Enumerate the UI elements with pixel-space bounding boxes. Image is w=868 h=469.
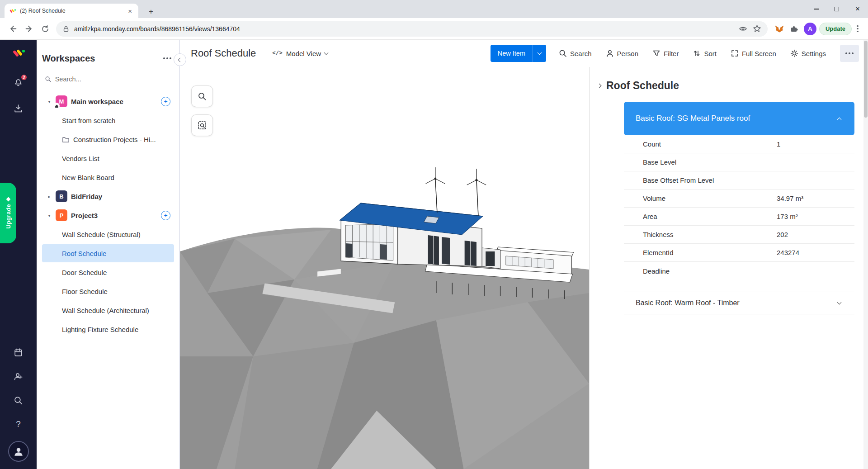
help-button[interactable]: ?: [16, 419, 21, 429]
view-switcher[interactable]: </> Model View: [269, 47, 331, 60]
model-viewer[interactable]: [180, 67, 590, 469]
person-filter-button[interactable]: Person: [605, 47, 640, 60]
table-row: Thickness 202: [624, 226, 854, 244]
zoom-search-button[interactable]: [192, 86, 212, 107]
sidebar-item-door-schedule[interactable]: Door Schedule: [42, 263, 174, 281]
zoom-window-button[interactable]: [192, 115, 212, 136]
chevron-left-icon: [178, 57, 182, 62]
caret-down-icon[interactable]: ▾: [47, 213, 52, 218]
roof-section-header[interactable]: Basic Roof: SG Metal Panels roof: [624, 102, 854, 135]
workspace-search[interactable]: [42, 71, 174, 87]
refresh-icon: [41, 25, 49, 33]
board-more-button[interactable]: [840, 45, 859, 62]
maximize-button[interactable]: [826, 0, 847, 18]
monday-logo[interactable]: [12, 47, 25, 61]
preview-eye-icon[interactable]: [739, 24, 747, 33]
person-add-icon: [13, 371, 24, 382]
property-value: 1: [777, 140, 854, 148]
sidebar-item-new-blank-board[interactable]: New Blank Board: [42, 168, 174, 186]
update-button[interactable]: Update: [819, 23, 852, 35]
chevron-up-icon: [837, 117, 842, 122]
inbox-button[interactable]: [13, 104, 24, 114]
settings-button[interactable]: Settings: [789, 47, 827, 60]
workspace-main[interactable]: ▾ M Main workspace +: [42, 92, 174, 110]
search-action-button[interactable]: Search: [558, 47, 593, 60]
property-label: Thickness: [643, 231, 777, 238]
left-rail: 2 Upgrade ?: [0, 40, 37, 469]
sidebar-item-lighting-fixture-schedule[interactable]: Lighting Fixture Schedule: [42, 320, 174, 338]
property-label: Base Level: [643, 158, 777, 166]
sidebar-item-vendors-list[interactable]: Vendors List: [42, 149, 174, 167]
browser-toolbar: amitlzkpa.monday.com/boards/868961156/vi…: [0, 18, 868, 40]
filter-funnel-icon: [652, 49, 660, 57]
back-button[interactable]: [5, 21, 21, 37]
browser-profile-avatar[interactable]: A: [804, 23, 816, 35]
caret-down-icon[interactable]: ▾: [47, 99, 52, 104]
new-item-dropdown-button[interactable]: [533, 45, 546, 62]
rail-search-button[interactable]: [13, 395, 24, 407]
caret-right-icon[interactable]: ▸: [47, 194, 52, 199]
page-scrollbar[interactable]: [863, 40, 868, 469]
marquee-zoom-icon: [197, 120, 207, 130]
rail-bottom: ?: [8, 347, 29, 469]
upgrade-pill[interactable]: Upgrade: [0, 183, 16, 243]
refresh-button[interactable]: [37, 21, 53, 37]
add-to-workspace-button[interactable]: +: [161, 211, 170, 220]
board-header: Roof Schedule </> Model View New Item Se…: [180, 40, 868, 67]
user-avatar[interactable]: [8, 441, 29, 462]
sort-button[interactable]: Sort: [692, 47, 717, 60]
workspaces-menu-button[interactable]: [160, 52, 174, 65]
fullscreen-button[interactable]: Full Screen: [730, 47, 777, 60]
extensions-puzzle-icon[interactable]: [787, 22, 801, 36]
monday-app: 2 Upgrade ?: [0, 40, 868, 469]
new-tab-button[interactable]: +: [145, 5, 157, 18]
collapse-panel-button[interactable]: [174, 53, 186, 66]
add-to-workspace-button[interactable]: +: [161, 97, 170, 106]
sidebar-item-wall-schedule-structural[interactable]: Wall Schedule (Structural): [42, 225, 174, 243]
sidebar-item-wall-schedule-architectural[interactable]: Wall Schedule (Architectural): [42, 301, 174, 319]
search-icon: [45, 76, 52, 83]
sidebar-item-construction-projects[interactable]: Construction Projects - Hi...: [42, 130, 174, 148]
property-value: 34.97 m³: [777, 194, 854, 202]
workspace-search-input[interactable]: [55, 76, 171, 83]
bookmark-star-icon[interactable]: [753, 24, 761, 33]
browser-tab[interactable]: (2) Roof Schedule ×: [5, 4, 138, 18]
workspace-project3[interactable]: ▾ P Project3 +: [42, 206, 174, 224]
view-label: Model View: [286, 50, 321, 57]
notifications-button[interactable]: 2: [13, 77, 24, 87]
filter-button[interactable]: Filter: [651, 47, 679, 60]
model-viewport[interactable]: [180, 67, 589, 469]
sidebar-item-floor-schedule[interactable]: Floor Schedule: [42, 282, 174, 300]
minimize-button[interactable]: [806, 0, 826, 18]
property-label: Count: [643, 140, 777, 148]
property-label: Base Offset From Level: [643, 176, 777, 184]
new-item-button[interactable]: New Item: [491, 45, 533, 62]
details-panel: Roof Schedule Basic Roof: SG Metal Panel…: [590, 67, 868, 469]
sparkle-icon: [6, 197, 10, 201]
tab-close-icon[interactable]: ×: [126, 7, 134, 15]
address-bar[interactable]: amitlzkpa.monday.com/boards/868961156/vi…: [56, 21, 768, 37]
section-title: Basic Roof: Warm Roof - Timber: [636, 299, 740, 307]
invite-members-button[interactable]: [13, 371, 24, 384]
workspace-name: BidFriday: [71, 193, 170, 200]
browser-menu-icon[interactable]: [852, 22, 863, 36]
download-icon: [13, 104, 24, 114]
property-value: 173 m²: [777, 213, 854, 220]
upgrade-label: Upgrade: [5, 204, 12, 229]
sidebar-item-start-from-scratch[interactable]: Start from scratch: [42, 111, 174, 129]
magnifier-icon: [198, 92, 207, 101]
sidebar-item-roof-schedule[interactable]: Roof Schedule: [42, 244, 174, 262]
home-icon: [53, 103, 60, 109]
roof-section-collapsed[interactable]: Basic Roof: Warm Roof - Timber: [624, 292, 854, 314]
my-work-button[interactable]: [13, 347, 24, 360]
sort-arrows-icon: [693, 49, 701, 57]
scrollbar-thumb[interactable]: [864, 41, 868, 118]
metamask-extension-icon[interactable]: [772, 22, 787, 36]
workspace-bidfriday[interactable]: ▸ B BidFriday: [42, 187, 174, 205]
chevron-down-icon: [837, 300, 842, 304]
close-button[interactable]: ×: [847, 0, 868, 18]
forward-button[interactable]: [21, 21, 37, 37]
section-title: Basic Roof: SG Metal Panels roof: [636, 114, 750, 123]
workspace-name: Main workspace: [71, 98, 157, 105]
collapse-details-chevron[interactable]: [597, 84, 602, 88]
